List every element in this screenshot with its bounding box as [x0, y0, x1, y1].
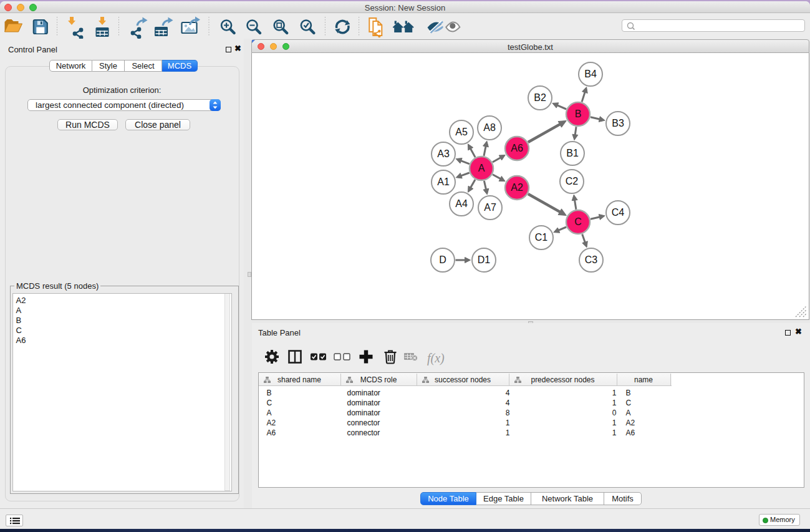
svg-text:f(x): f(x): [427, 351, 445, 365]
svg-text:A4: A4: [455, 198, 468, 209]
svg-text:C1: C1: [535, 232, 548, 243]
svg-text:A3: A3: [437, 148, 450, 159]
svg-text:D: D: [439, 254, 446, 265]
svg-text:A8: A8: [483, 122, 496, 133]
svg-text:B: B: [575, 109, 582, 119]
svg-text:B4: B4: [584, 69, 597, 79]
svg-text:A2: A2: [511, 182, 523, 193]
svg-text:A7: A7: [484, 202, 496, 213]
svg-text:D1: D1: [478, 254, 491, 265]
svg-text:B2: B2: [534, 92, 546, 103]
svg-text:C2: C2: [566, 176, 579, 186]
svg-text:A: A: [478, 163, 485, 173]
svg-text:C4: C4: [612, 207, 625, 218]
svg-text:A6: A6: [511, 143, 523, 153]
svg-text:C3: C3: [585, 254, 598, 265]
svg-text:A1: A1: [437, 177, 450, 187]
svg-text:B1: B1: [566, 148, 579, 158]
svg-text:B3: B3: [612, 118, 624, 128]
svg-text:A5: A5: [455, 127, 468, 137]
svg-text:C: C: [574, 216, 582, 227]
